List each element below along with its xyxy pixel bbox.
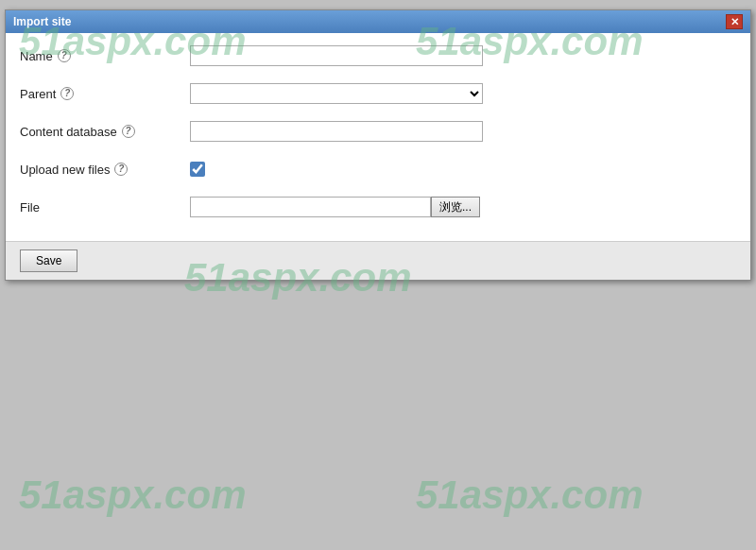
content-database-row: Content database ?: [20, 118, 736, 145]
watermark-bottom-left: 51aspx.com: [19, 473, 246, 518]
content-database-input[interactable]: [190, 121, 483, 142]
upload-new-files-help-icon[interactable]: ?: [114, 163, 128, 176]
upload-new-files-row: Upload new files ?: [20, 156, 736, 182]
file-path-input[interactable]: [190, 197, 431, 217]
dialog-footer: Save: [6, 241, 750, 280]
name-help-icon[interactable]: ?: [58, 49, 71, 62]
file-label: File: [20, 200, 190, 215]
name-row: Name ?: [20, 43, 736, 69]
file-input-group: 浏览...: [190, 197, 480, 217]
upload-new-files-checkbox[interactable]: [190, 162, 205, 177]
parent-row: Parent ?: [20, 80, 736, 107]
dialog-close-button[interactable]: ✕: [726, 14, 743, 29]
content-database-help-icon[interactable]: ?: [122, 125, 135, 138]
parent-select[interactable]: [190, 83, 483, 104]
dialog-titlebar: Import site ✕: [6, 10, 750, 33]
parent-help-icon[interactable]: ?: [60, 87, 74, 100]
save-button[interactable]: Save: [20, 249, 77, 272]
dialog-title: Import site: [13, 15, 71, 28]
name-input[interactable]: [190, 45, 483, 66]
watermark-bottom-right: 51aspx.com: [416, 473, 643, 518]
parent-label: Parent ?: [20, 87, 190, 101]
browse-button[interactable]: 浏览...: [431, 197, 480, 217]
import-site-dialog: Import site ✕ Name ? Parent ? Content: [5, 9, 751, 281]
content-database-label: Content database ?: [20, 125, 190, 139]
dialog-body: Name ? Parent ? Content database ?: [6, 33, 750, 241]
name-label: Name ?: [20, 49, 190, 63]
upload-new-files-label: Upload new files ?: [20, 163, 190, 177]
file-row: File 浏览...: [20, 194, 736, 220]
